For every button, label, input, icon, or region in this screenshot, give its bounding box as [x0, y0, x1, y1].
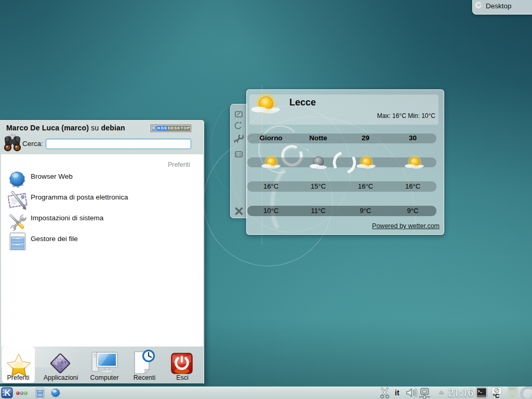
svg-text:K: K	[5, 388, 11, 397]
svg-text:°C: °C	[493, 393, 500, 399]
